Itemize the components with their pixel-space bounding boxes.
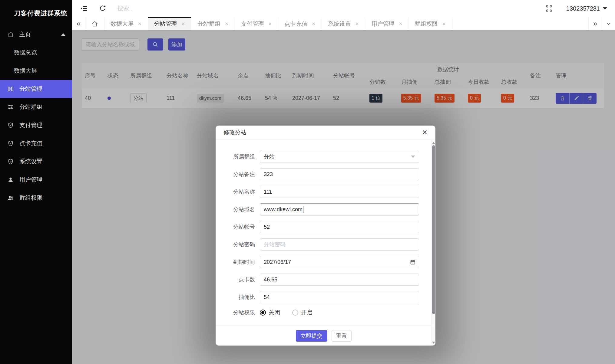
users-icon (7, 195, 14, 201)
scrollbar-thumb[interactable] (432, 145, 435, 314)
permission-radio-group: 关闭 开启 (260, 309, 325, 316)
sidebar-item-site-management[interactable]: 分站管理 (0, 80, 72, 98)
tabs-scroll-right-button[interactable]: » (588, 17, 602, 30)
field-label: 分站权限 (224, 309, 260, 316)
account-field[interactable] (264, 224, 415, 230)
field-label: 到期时间 (224, 258, 260, 266)
tab-data-screen[interactable]: 数据大屏 ✕ (104, 17, 148, 30)
tab-user-management[interactable]: 用户管理 ✕ (365, 17, 409, 30)
tab-site-management[interactable]: 分站管理 ✕ (148, 17, 192, 30)
tab-payment[interactable]: 支付管理 ✕ (235, 17, 279, 30)
scroll-down-icon[interactable] (432, 340, 435, 345)
form-row-expire: 到期时间 2027/06/17 (224, 256, 419, 268)
account-field-wrap (260, 221, 419, 233)
tab-label: 点卡充值 (284, 20, 307, 28)
tabbar: « 数据大屏 ✕ 分站管理 ✕ 分站群组 ✕ 支付管理 ✕ 点卡充值 ✕ 系统设… (72, 17, 615, 30)
close-icon[interactable]: ✕ (355, 21, 359, 27)
radio-off[interactable]: 关闭 (260, 309, 280, 316)
radio-label: 开启 (301, 309, 312, 316)
calendar-icon (410, 259, 416, 265)
sidebar-item-card-recharge[interactable]: 点卡充值 (0, 134, 72, 152)
form-row-password: 分站密码 (224, 238, 419, 251)
radio-on[interactable]: 开启 (292, 309, 312, 316)
sidebar-item-user-management[interactable]: 用户管理 (0, 171, 72, 189)
modal-title: 修改分站 (223, 129, 246, 136)
chevron-down-icon (603, 7, 607, 10)
tab-site-groups[interactable]: 分站群组 ✕ (191, 17, 235, 30)
form-row-points: 点卡数 (224, 274, 419, 286)
commission-field[interactable] (264, 294, 415, 300)
sidebar-nav: 主页 数据总览 数据大屏 分站管理 分站群组 支付管理 (0, 25, 72, 207)
fullscreen-icon[interactable] (545, 5, 553, 12)
tabs-menu-button[interactable] (602, 17, 615, 30)
sidebar-item-label: 数据大屏 (14, 67, 37, 75)
expire-date-field[interactable]: 2027/06/17 (260, 256, 419, 268)
field-label: 分站帐号 (224, 223, 260, 231)
group-select[interactable]: 分站 (260, 151, 419, 163)
field-label: 分站备注 (224, 171, 260, 178)
text-cursor (303, 206, 303, 213)
close-icon[interactable]: ✕ (225, 21, 229, 27)
tab-label: 分站群组 (197, 20, 220, 28)
field-label: 分站域名 (224, 206, 260, 213)
sidebar: 刀客付费进群系统 主页 数据总览 数据大屏 分站管理 分站群组 (0, 0, 72, 364)
user-menu[interactable]: 1302357281 (566, 5, 607, 12)
domain-field[interactable]: www.dkewl.com (260, 203, 419, 215)
commission-field-wrap (260, 291, 419, 303)
refresh-icon[interactable] (99, 5, 107, 12)
field-label: 分站密码 (224, 241, 260, 248)
sidebar-item-payment[interactable]: 支付管理 (0, 116, 72, 134)
tab-label: 分站管理 (154, 20, 177, 28)
sidebar-item-system-settings[interactable]: 系统设置 (0, 152, 72, 171)
sidebar-item-data-screen[interactable]: 数据大屏 (0, 62, 72, 80)
sidebar-item-label: 主页 (19, 31, 31, 38)
app-root: 刀客付费进群系统 主页 数据总览 数据大屏 分站管理 分站群组 (0, 0, 615, 364)
sidebar-item-group-permissions[interactable]: 群组权限 (0, 189, 72, 207)
topbar-right: 1302357281 (545, 5, 607, 12)
form-row-remark: 分站备注 (224, 168, 419, 180)
name-field[interactable] (264, 189, 415, 195)
reset-button[interactable]: 重置 (332, 330, 352, 342)
chevron-down-icon (605, 20, 612, 27)
tab-home[interactable] (85, 17, 104, 30)
points-field[interactable] (264, 277, 415, 283)
username: 1302357281 (566, 5, 600, 12)
field-label: 点卡数 (224, 276, 260, 283)
submit-button[interactable]: 立即提交 (296, 330, 327, 342)
scroll-up-icon[interactable] (432, 140, 435, 145)
password-field[interactable] (264, 241, 415, 248)
close-icon[interactable]: ✕ (138, 21, 142, 27)
sidebar-item-label: 用户管理 (19, 176, 42, 184)
tabs-scroll-left-button[interactable]: « (72, 17, 85, 30)
home-icon (7, 31, 14, 38)
modal-footer: 立即提交 重置 (216, 326, 431, 346)
tabbar-spacer (452, 17, 588, 30)
password-field-wrap (260, 238, 419, 251)
close-icon[interactable]: ✕ (181, 21, 185, 27)
sidebar-item-label: 点卡充值 (19, 139, 42, 147)
modal-scrollbar[interactable] (431, 140, 435, 346)
sidebar-item-data-overview[interactable]: 数据总览 (0, 44, 72, 62)
collapse-sidebar-icon[interactable] (80, 5, 88, 12)
radio-icon (260, 310, 266, 316)
sidebar-item-site-groups[interactable]: 分站群组 (0, 98, 72, 116)
tab-group-permissions[interactable]: 群组权限 ✕ (409, 17, 452, 30)
remark-field[interactable] (264, 171, 415, 178)
close-icon[interactable]: ✕ (312, 21, 316, 27)
shield-check-icon (7, 122, 14, 129)
tab-label: 用户管理 (371, 20, 394, 28)
form-row-account: 分站帐号 (224, 221, 419, 233)
sidebar-item-home[interactable]: 主页 (0, 25, 72, 44)
remark-field-wrap (260, 168, 419, 180)
modal-body: 所属群组 分站 分站备注 分站名称 (216, 140, 435, 316)
form-row-name: 分站名称 (224, 186, 419, 198)
close-icon[interactable]: ✕ (268, 21, 272, 27)
close-icon[interactable]: ✕ (398, 21, 402, 27)
global-search-input[interactable] (117, 5, 208, 12)
tab-card-recharge[interactable]: 点卡充值 ✕ (278, 17, 322, 30)
collapse-caret-icon (61, 33, 65, 36)
close-icon[interactable]: ✕ (422, 129, 428, 136)
tab-system-settings[interactable]: 系统设置 ✕ (322, 17, 365, 30)
sidebar-item-label: 系统设置 (19, 158, 42, 166)
close-icon[interactable]: ✕ (442, 21, 446, 27)
